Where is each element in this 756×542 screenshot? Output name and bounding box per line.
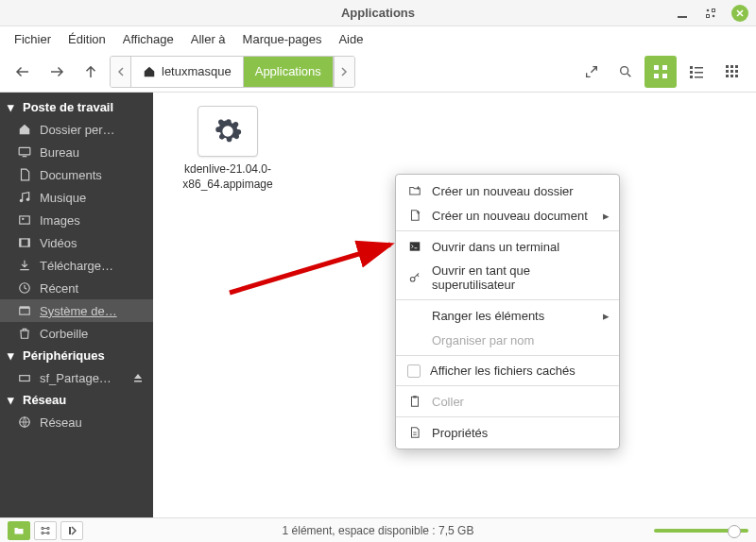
path-bar: letuxmasque Applications [110, 56, 355, 88]
svg-rect-37 [20, 376, 30, 381]
checkbox-icon[interactable] [407, 364, 421, 378]
svg-rect-4 [707, 14, 710, 17]
list-view-button[interactable] [680, 56, 713, 88]
sidebar-item-desktop[interactable]: Bureau [0, 141, 153, 163]
svg-rect-20 [730, 70, 733, 73]
compact-view-button[interactable] [716, 56, 748, 88]
sidebar-section-workstation[interactable]: ▾Poste de travail [0, 96, 153, 118]
chevron-down-icon: ▾ [8, 393, 19, 407]
sidebar-item-trash[interactable]: Corbeille [0, 322, 153, 345]
path-segment-home[interactable]: letuxmasque [131, 57, 244, 87]
svg-rect-22 [726, 75, 729, 77]
forward-button[interactable] [42, 57, 72, 87]
gear-icon [198, 106, 258, 157]
properties-icon [407, 425, 422, 440]
sidebar-item-videos[interactable]: Vidéos [0, 231, 153, 254]
svg-rect-25 [19, 147, 30, 155]
up-button[interactable] [76, 57, 106, 87]
zoom-slider[interactable] [654, 529, 748, 533]
menu-bar: Fichier Édition Affichage Aller à Marque… [0, 26, 756, 51]
places-toggle-button[interactable] [8, 521, 30, 540]
sidebar-close-button[interactable] [60, 521, 83, 540]
sidebar-item-home[interactable]: Dossier per… [0, 118, 153, 141]
separator [396, 385, 619, 386]
chevron-right-icon: ▸ [603, 209, 610, 223]
ctx-organize-by-name: Organiser par nom [396, 328, 619, 352]
chevron-right-icon: ▸ [603, 309, 610, 323]
svg-rect-23 [730, 75, 733, 77]
status-bar: 1 élément, espace disponible : 7,5 GB [0, 517, 756, 542]
sidebar-item-music[interactable]: Musique [0, 186, 153, 209]
sidebar: ▾Poste de travail Dossier per… Bureau Do… [0, 93, 153, 517]
window-title: Applications [341, 6, 415, 20]
ctx-new-document[interactable]: Créer un nouveau document▸ [396, 203, 619, 228]
svg-rect-33 [28, 239, 30, 246]
toggle-location-button[interactable] [576, 57, 607, 87]
toolbar: letuxmasque Applications [0, 51, 756, 93]
separator [396, 416, 619, 417]
sidebar-section-devices[interactable]: ▾Périphériques [0, 345, 153, 366]
ctx-new-folder[interactable]: Créer un nouveau dossier [396, 178, 619, 203]
menu-help[interactable]: Aide [330, 28, 371, 50]
path-prev-button[interactable] [111, 57, 131, 87]
close-button[interactable] [731, 5, 748, 22]
sidebar-item-downloads[interactable]: Télécharge… [0, 254, 153, 277]
path-segment-current[interactable]: Applications [244, 57, 334, 87]
document-icon [17, 167, 32, 182]
svg-point-2 [713, 14, 715, 17]
svg-rect-44 [69, 527, 71, 534]
eject-icon[interactable] [132, 372, 146, 383]
sidebar-item-shared-drive[interactable]: sf_Partage… [0, 366, 153, 389]
drive-icon [17, 370, 32, 385]
file-item[interactable]: kdenlive-21.04.0-x86_64.appimage [166, 106, 289, 192]
file-name-label: kdenlive-21.04.0-x86_64.appimage [166, 162, 289, 192]
icon-view-button[interactable] [644, 56, 677, 88]
back-button[interactable] [8, 57, 38, 87]
key-icon [407, 270, 422, 285]
ctx-arrange[interactable]: Ranger les éléments▸ [396, 303, 619, 328]
menu-bookmarks[interactable]: Marque-pages [234, 28, 331, 50]
svg-point-5 [621, 66, 628, 74]
minimize-button[interactable] [675, 6, 690, 21]
sidebar-item-documents[interactable]: Documents [0, 163, 153, 186]
sidebar-item-images[interactable]: Images [0, 209, 153, 231]
svg-point-28 [26, 198, 30, 202]
maximize-button[interactable] [703, 6, 718, 21]
sidebar-item-filesystem[interactable]: Système de… [0, 299, 153, 322]
svg-rect-26 [23, 156, 27, 157]
svg-point-1 [707, 8, 710, 11]
tree-toggle-button[interactable] [34, 521, 57, 540]
path-segment-label: Applications [255, 64, 321, 78]
ctx-show-hidden[interactable]: Afficher les fichiers cachés [396, 359, 619, 382]
video-icon [17, 235, 32, 250]
sidebar-section-network[interactable]: ▾Réseau [0, 389, 153, 411]
svg-rect-9 [662, 74, 667, 78]
sidebar-item-network[interactable]: Réseau [0, 411, 153, 433]
music-icon [17, 190, 32, 205]
ctx-open-terminal[interactable]: Ouvrir dans un terminal [396, 234, 619, 259]
ctx-open-root[interactable]: Ouvrir en tant que superutilisateur [396, 259, 619, 296]
svg-rect-10 [690, 66, 693, 69]
svg-point-27 [20, 199, 24, 203]
svg-rect-0 [678, 16, 687, 18]
svg-rect-13 [695, 72, 703, 74]
desktop-icon [17, 144, 32, 160]
ctx-properties[interactable]: Propriétés [396, 420, 619, 445]
chevron-down-icon: ▾ [8, 348, 19, 363]
svg-rect-19 [726, 70, 729, 73]
title-bar: Applications [0, 0, 756, 26]
path-next-button[interactable] [334, 57, 354, 87]
svg-rect-35 [20, 308, 30, 314]
menu-view[interactable]: Affichage [114, 28, 182, 50]
sidebar-item-recent[interactable]: Récent [0, 277, 153, 299]
document-plus-icon [407, 208, 422, 223]
context-menu: Créer un nouveau dossier Créer un nouvea… [395, 174, 620, 449]
terminal-icon [407, 239, 422, 254]
search-button[interactable] [610, 57, 641, 87]
image-icon [17, 212, 32, 228]
menu-go[interactable]: Aller à [182, 28, 234, 50]
svg-rect-14 [690, 76, 693, 78]
svg-rect-7 [662, 65, 667, 70]
menu-edit[interactable]: Édition [60, 28, 114, 50]
menu-file[interactable]: Fichier [6, 28, 60, 50]
